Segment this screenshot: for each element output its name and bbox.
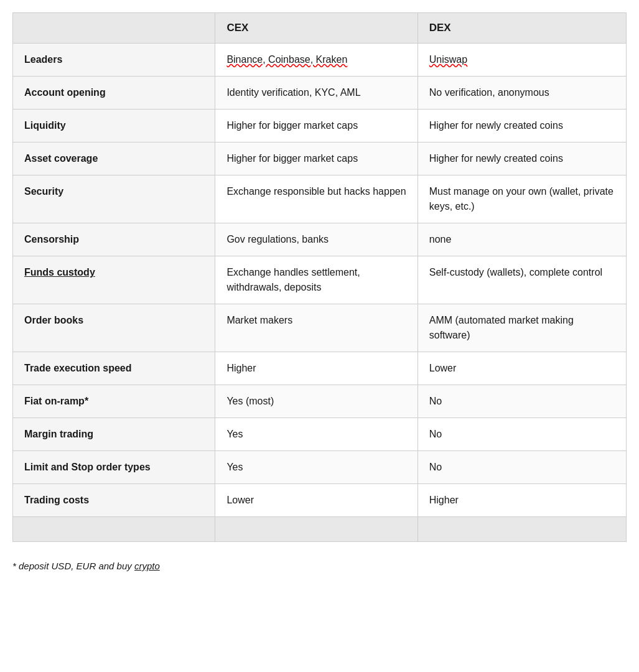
cex-cell: Identity verification, KYC, AML [215,77,417,110]
table-row: Order booksMarket makersAMM (automated m… [13,304,627,352]
page-wrapper: CEX DEX LeadersBinance, Coinbase, Kraken… [12,12,627,571]
feature-cell: Trading costs [13,484,215,517]
feature-cell: Order books [13,304,215,352]
cex-cell: Binance, Coinbase, Kraken [215,44,417,77]
dex-cell: No [417,385,626,418]
table-row: LiquidityHigher for bigger market capsHi… [13,110,627,142]
feature-cell: Account opening [13,77,215,110]
table-row: Trade execution speedHigherLower [13,352,627,385]
comparison-table: CEX DEX LeadersBinance, Coinbase, Kraken… [12,12,627,542]
table-row: CensorshipGov regulations, banksnone [13,223,627,256]
cex-cell: Gov regulations, banks [215,223,417,256]
dex-cell: No [417,451,626,484]
cex-cell: Exchange handles settlement, withdrawals… [215,256,417,304]
cex-cell: Market makers [215,304,417,352]
feature-cell: Censorship [13,223,215,256]
dex-cell: Higher for newly created coins [417,142,626,175]
dex-cell: Self-custody (wallets), complete control [417,256,626,304]
feature-cell: Asset coverage [13,142,215,175]
dex-cell: Uniswap [417,44,626,77]
footnote-link[interactable]: crypto [134,561,160,571]
cex-cell: Exchange responsible but hacks happen [215,175,417,223]
cex-cell: Yes [215,418,417,451]
footer-cell [13,517,215,542]
table-row: Limit and Stop order typesYesNo [13,451,627,484]
dex-cell: Higher [417,484,626,517]
footer-cell [215,517,417,542]
dex-cell: No [417,418,626,451]
table-footer-row [13,517,627,542]
table-header-row: CEX DEX [13,13,627,44]
cex-cell: Higher for bigger market caps [215,142,417,175]
dex-cell: Must manage on your own (wallet, private… [417,175,626,223]
dex-cell: Lower [417,352,626,385]
cex-cell: Yes [215,451,417,484]
feature-cell: Funds custody [13,256,215,304]
table-row: LeadersBinance, Coinbase, KrakenUniswap [13,44,627,77]
table-row: Margin tradingYesNo [13,418,627,451]
feature-cell: Leaders [13,44,215,77]
feature-cell: Fiat on-ramp* [13,385,215,418]
cex-cell: Lower [215,484,417,517]
feature-cell: Liquidity [13,110,215,142]
cex-cell: Higher for bigger market caps [215,110,417,142]
table-row: Asset coverageHigher for bigger market c… [13,142,627,175]
cex-cell: Higher [215,352,417,385]
dex-cell: Higher for newly created coins [417,110,626,142]
feature-cell: Limit and Stop order types [13,451,215,484]
footer-cell [417,517,626,542]
feature-cell: Trade execution speed [13,352,215,385]
dex-cell: AMM (automated market making software) [417,304,626,352]
footnote: * deposit USD, EUR and buy crypto [12,561,627,571]
table-row: Trading costsLowerHigher [13,484,627,517]
header-cex: CEX [215,13,417,44]
table-row: Fiat on-ramp*Yes (most)No [13,385,627,418]
cex-cell: Yes (most) [215,385,417,418]
table-row: Funds custodyExchange handles settlement… [13,256,627,304]
feature-cell: Security [13,175,215,223]
footnote-text: * deposit USD, EUR and buy [12,561,132,571]
dex-cell: none [417,223,626,256]
table-row: Account openingIdentity verification, KY… [13,77,627,110]
header-feature [13,13,215,44]
dex-cell: No verification, anonymous [417,77,626,110]
header-dex: DEX [417,13,626,44]
table-row: SecurityExchange responsible but hacks h… [13,175,627,223]
feature-cell: Margin trading [13,418,215,451]
